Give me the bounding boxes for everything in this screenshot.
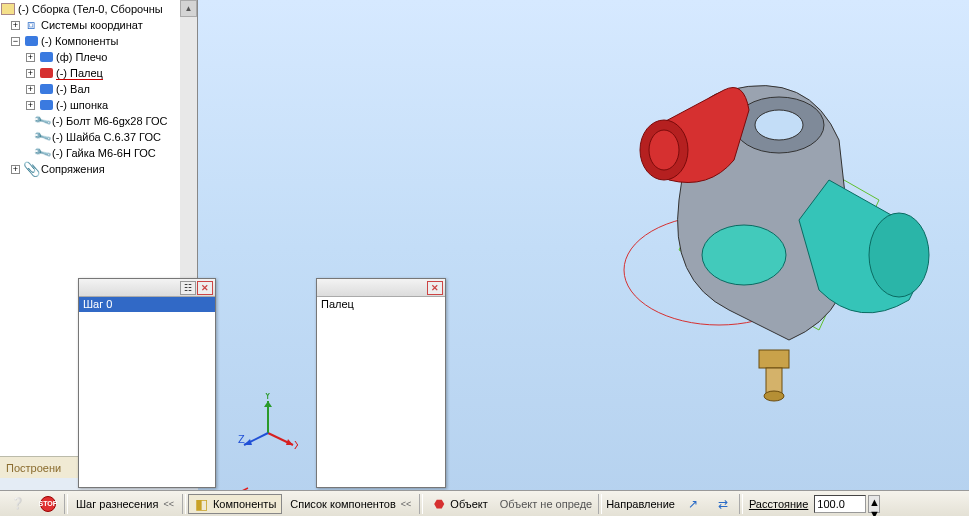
tree-coord-systems[interactable]: + ⧈ Системы координат bbox=[0, 17, 197, 33]
axis-z-label: Z bbox=[238, 433, 245, 445]
panel-tool-button[interactable]: ☷ bbox=[180, 281, 196, 295]
help-icon: ❔ bbox=[10, 496, 26, 512]
panel-titlebar[interactable]: ✕ bbox=[317, 279, 445, 297]
spin-down-icon[interactable]: ▼ bbox=[869, 508, 880, 517]
tree-root[interactable]: (-) Сборка (Тел-0, Сборочны bbox=[0, 1, 197, 17]
bottom-toolbar: ❔ STOP Шаг разнесения << ◧ Компоненты Сп… bbox=[0, 490, 969, 516]
svg-marker-17 bbox=[244, 439, 252, 445]
model-tree: (-) Сборка (Тел-0, Сборочны + ⧈ Системы … bbox=[0, 0, 197, 177]
tree-item[interactable]: + (ф) Плечо bbox=[0, 49, 197, 65]
assembly-icon bbox=[0, 1, 16, 17]
tree-item[interactable]: 🔧 (-) Шайба C.6.37 ГОС bbox=[0, 129, 197, 145]
distance-spinner[interactable]: ▲▼ bbox=[868, 495, 880, 513]
tree-item[interactable]: 🔧 (-) Болт M6-6gx28 ГОС bbox=[0, 113, 197, 129]
direction-reverse-button[interactable]: ⇄ bbox=[709, 494, 737, 514]
component-list-button[interactable]: Список компонентов << bbox=[284, 494, 417, 514]
step-list-panel[interactable]: ☷ ✕ Шаг 0 bbox=[78, 278, 216, 488]
tree-components[interactable]: − (-) Компоненты bbox=[0, 33, 197, 49]
close-icon[interactable]: ✕ bbox=[427, 281, 443, 295]
tree-label: (-) Шайба C.6.37 ГОС bbox=[52, 131, 161, 143]
svg-marker-15 bbox=[264, 401, 272, 407]
part-icon-red bbox=[38, 65, 54, 81]
collapse-icon[interactable]: − bbox=[11, 37, 20, 46]
tree-label: (-) шпонка bbox=[56, 99, 108, 111]
component-list[interactable]: Палец bbox=[317, 297, 445, 487]
explode-step-button[interactable]: Шаг разнесения << bbox=[70, 494, 180, 514]
help-button[interactable]: ❔ bbox=[4, 494, 32, 514]
part-icon bbox=[23, 33, 39, 49]
tree-label: Сопряжения bbox=[41, 163, 105, 175]
expand-icon[interactable]: + bbox=[11, 165, 20, 174]
wrench-icon: 🔧 bbox=[34, 129, 50, 145]
direction-icon: ↗ bbox=[685, 496, 701, 512]
svg-rect-9 bbox=[759, 350, 789, 368]
tree-item[interactable]: + (-) Вал bbox=[0, 81, 197, 97]
tree-label: (-) Компоненты bbox=[41, 35, 118, 47]
reverse-icon: ⇄ bbox=[715, 496, 731, 512]
stop-button[interactable]: STOP bbox=[34, 494, 62, 514]
components-button[interactable]: ◧ Компоненты bbox=[188, 494, 282, 514]
expand-icon[interactable]: + bbox=[26, 53, 35, 62]
viewport-3d[interactable]: X Y Z bbox=[198, 0, 969, 496]
part-icon bbox=[38, 97, 54, 113]
button-label: Компоненты bbox=[213, 498, 276, 510]
spin-up-icon[interactable]: ▲ bbox=[869, 496, 880, 508]
component-list-panel[interactable]: ✕ Палец bbox=[316, 278, 446, 488]
svg-marker-13 bbox=[286, 439, 293, 445]
coord-system-icon: ⧈ bbox=[23, 17, 39, 33]
object-status: Объект не опреде bbox=[496, 498, 596, 510]
axis-y-label: Y bbox=[264, 393, 272, 401]
part-icon bbox=[38, 49, 54, 65]
button-label: Список компонентов bbox=[290, 498, 396, 510]
svg-point-5 bbox=[869, 213, 929, 297]
object-icon: ⬣ bbox=[431, 496, 447, 512]
button-label: Шаг разнесения bbox=[76, 498, 158, 510]
direction-label: Направление bbox=[604, 498, 677, 510]
list-item-label: Шаг 0 bbox=[83, 298, 112, 310]
close-icon[interactable]: ✕ bbox=[197, 281, 213, 295]
tree-label: (ф) Плечо bbox=[56, 51, 107, 63]
button-label: Объект bbox=[450, 498, 487, 510]
expand-icon[interactable]: + bbox=[26, 101, 35, 110]
tree-item[interactable]: + (-) шпонка bbox=[0, 97, 197, 113]
paperclip-icon: 📎 bbox=[23, 161, 39, 177]
wrench-icon: 🔧 bbox=[34, 145, 50, 161]
chevron-left-icon: << bbox=[401, 499, 412, 509]
direction-pick-button[interactable]: ↗ bbox=[679, 494, 707, 514]
distance-input[interactable] bbox=[814, 495, 866, 513]
part-icon bbox=[38, 81, 54, 97]
tree-mates[interactable]: + 📎 Сопряжения bbox=[0, 161, 197, 177]
expand-icon[interactable]: + bbox=[26, 69, 35, 78]
axis-x-label: X bbox=[294, 439, 298, 451]
panel-titlebar[interactable]: ☷ ✕ bbox=[79, 279, 215, 297]
object-button[interactable]: ⬣ Объект bbox=[425, 494, 493, 514]
svg-point-4 bbox=[755, 110, 803, 140]
tree-label: (-) Вал bbox=[56, 83, 90, 95]
expand-icon[interactable]: + bbox=[11, 21, 20, 30]
distance-label: Расстояние bbox=[745, 498, 812, 510]
list-item[interactable]: Палец bbox=[317, 297, 445, 312]
cube-icon: ◧ bbox=[194, 496, 210, 512]
tree-root-label: (-) Сборка (Тел-0, Сборочны bbox=[18, 3, 163, 15]
tree-label: (-) Болт M6-6gx28 ГОС bbox=[52, 115, 167, 127]
wrench-icon: 🔧 bbox=[34, 113, 50, 129]
tree-tab-label: Построени bbox=[6, 462, 61, 474]
svg-point-6 bbox=[702, 225, 786, 285]
model-3d bbox=[559, 30, 939, 430]
tree-item[interactable]: 🔧 (-) Гайка M6-6H ГОС bbox=[0, 145, 197, 161]
expand-icon[interactable]: + bbox=[26, 85, 35, 94]
tree-label: (-) Палец bbox=[56, 67, 103, 80]
tree-label: Системы координат bbox=[41, 19, 143, 31]
tree-item-selected[interactable]: + (-) Палец bbox=[0, 65, 197, 81]
list-item-label: Палец bbox=[321, 298, 354, 310]
svg-point-8 bbox=[649, 130, 679, 170]
scroll-up-icon[interactable]: ▲ bbox=[180, 0, 197, 17]
list-item-selected[interactable]: Шаг 0 bbox=[79, 297, 215, 312]
chevron-left-icon: << bbox=[163, 499, 174, 509]
axis-gizmo: X Y Z bbox=[238, 393, 298, 453]
stop-icon: STOP bbox=[40, 496, 56, 512]
step-list[interactable]: Шаг 0 bbox=[79, 297, 215, 487]
tree-label: (-) Гайка M6-6H ГОС bbox=[52, 147, 156, 159]
svg-point-11 bbox=[764, 391, 784, 401]
